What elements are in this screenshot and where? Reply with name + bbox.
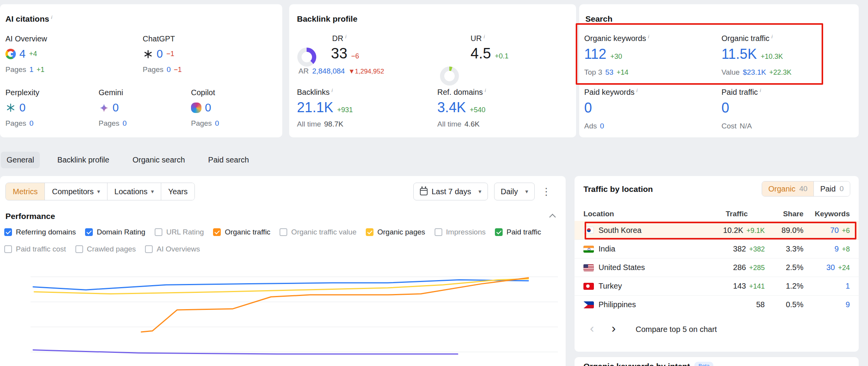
- pages-value[interactable]: 0: [215, 119, 219, 128]
- checkbox-label: Referring domains: [16, 228, 76, 236]
- organic-traffic-value[interactable]: 11.5K: [721, 46, 757, 62]
- traffic-by-location-title: Traffic by location: [583, 185, 653, 194]
- ai-citation-perplexity: Perplexity 0 Pages 0: [5, 88, 96, 128]
- metric-checkbox-ai-overviews[interactable]: AI Overviews: [145, 245, 200, 253]
- checkbox-icon: [145, 245, 153, 253]
- checkbox-label: Impressions: [446, 228, 486, 236]
- metric-checkbox-organic-traffic-value[interactable]: Organic traffic value: [280, 228, 356, 236]
- traffic-value-amount[interactable]: $23.1K: [743, 68, 766, 77]
- share-column-header: Share: [765, 210, 803, 218]
- metrics-button[interactable]: Metrics: [6, 183, 44, 200]
- location-name[interactable]: India: [599, 245, 615, 253]
- checkbox-label: Paid traffic cost: [16, 245, 66, 253]
- value-line: Value $23.1K +22.3K: [721, 68, 853, 77]
- organic-toggle[interactable]: Organic40: [762, 181, 813, 196]
- tab-backlink-profile[interactable]: Backlink profile: [51, 152, 115, 168]
- collapse-section-button[interactable]: [550, 215, 555, 219]
- backlinks-label: Backlinks: [297, 87, 333, 97]
- keywords-by-intent-title-text: Organic keywords by intent: [583, 362, 690, 366]
- toolbar-right: Last 7 days Daily: [413, 183, 552, 200]
- dr-value: 33: [331, 45, 347, 62]
- competitors-dropdown[interactable]: Competitors: [44, 183, 107, 200]
- paid-keywords-value[interactable]: 0: [584, 100, 592, 116]
- location-row-turkey[interactable]: Turkey 143+141 1.2% 1: [575, 277, 859, 295]
- ai-citations-value[interactable]: 0: [205, 101, 211, 114]
- organic-keywords-value[interactable]: 112: [584, 46, 606, 62]
- metric-checkbox-crawled-pages[interactable]: Crawled pages: [75, 245, 136, 253]
- prev-page-icon[interactable]: [586, 323, 598, 335]
- share-value: 3.3%: [765, 245, 803, 253]
- location-name[interactable]: United States: [599, 263, 645, 272]
- metric-checkbox-referring-domains[interactable]: Referring domains: [4, 228, 76, 236]
- ref-domains-value[interactable]: 3.4K: [437, 99, 466, 116]
- checkbox-label: Crawled pages: [87, 245, 136, 253]
- ai-citations-value[interactable]: 0: [19, 101, 26, 114]
- metric-checkbox-domain-rating[interactable]: Domain Rating: [85, 228, 145, 236]
- performance-card: Metrics Competitors Locations Years Last…: [0, 176, 566, 366]
- metric-checkbox-paid-traffic[interactable]: Paid traffic: [495, 228, 541, 236]
- tab-general[interactable]: General: [1, 152, 40, 168]
- checkbox-icon: [85, 228, 93, 236]
- granularity-dropdown[interactable]: Daily: [494, 183, 535, 200]
- paid-toggle[interactable]: Paid0: [813, 181, 850, 196]
- metric-checkbox-url-rating[interactable]: URL Rating: [155, 228, 204, 236]
- locations-dropdown[interactable]: Locations: [107, 183, 161, 200]
- years-button[interactable]: Years: [161, 183, 194, 200]
- checkbox-label: Organic traffic: [225, 228, 270, 236]
- metric-checkbox-organic-pages[interactable]: Organic pages: [366, 228, 425, 236]
- ads-value[interactable]: 0: [600, 122, 604, 130]
- ai-citation-gemini: Gemini 0 Pages 0: [99, 88, 189, 128]
- tab-organic-search[interactable]: Organic search: [127, 152, 191, 168]
- organic-traffic-block: Organic traffic 11.5K +10.3K Value $23.1…: [721, 34, 853, 77]
- ai-citations-title-text: AI citations: [5, 14, 49, 23]
- metric-checkbox-paid-traffic-cost[interactable]: Paid traffic cost: [4, 245, 66, 253]
- location-row-south-korea[interactable]: South Korea 10.2K+9.1K 89.0% 70+6: [575, 221, 859, 239]
- location-name[interactable]: Philippines: [599, 300, 636, 309]
- ai-citations-value[interactable]: 0: [157, 48, 163, 60]
- next-page-icon[interactable]: [608, 323, 619, 335]
- backlinks-value[interactable]: 21.1K: [297, 99, 333, 116]
- pages-value[interactable]: 0: [29, 119, 34, 128]
- keywords-value[interactable]: 9: [846, 300, 850, 309]
- keywords-value[interactable]: 1: [846, 282, 850, 291]
- pages-value[interactable]: 0: [167, 65, 171, 74]
- paid-keywords-label: Paid keywords: [584, 87, 716, 97]
- traffic-column-header: Traffic: [687, 210, 765, 218]
- info-icon: [51, 14, 52, 20]
- location-name[interactable]: South Korea: [599, 226, 641, 235]
- location-row-united-states[interactable]: United States 286+285 2.5% 30+24: [575, 258, 859, 277]
- date-range-button[interactable]: Last 7 days: [413, 183, 488, 200]
- performance-chart[interactable]: [31, 266, 558, 366]
- tab-paid-search[interactable]: Paid search: [202, 152, 255, 168]
- keywords-value[interactable]: 70: [830, 226, 839, 235]
- metric-checkbox-organic-traffic[interactable]: Organic traffic: [213, 228, 270, 236]
- pages-value[interactable]: 0: [123, 119, 127, 128]
- top3-value[interactable]: 53: [605, 68, 613, 77]
- pages-label: Pages: [191, 119, 212, 128]
- ai-source-label: ChatGPT: [143, 34, 234, 43]
- pages-value[interactable]: 1: [29, 65, 34, 74]
- location-row-philippines[interactable]: Philippines 58 0.5% 9: [575, 295, 859, 314]
- flag-icon-philippines: [583, 301, 594, 308]
- metric-checkbox-impressions[interactable]: Impressions: [435, 228, 486, 236]
- ur-donut-chart: [440, 67, 459, 86]
- ai-source-label: Gemini: [99, 88, 189, 97]
- location-name[interactable]: Turkey: [599, 282, 622, 291]
- location-row-india[interactable]: India 382+382 3.3% 9+8: [575, 239, 859, 258]
- info-icon: [648, 34, 649, 39]
- kebab-menu-icon[interactable]: [541, 184, 552, 199]
- keywords-value[interactable]: 9: [834, 245, 839, 253]
- traffic-value: 58: [756, 300, 765, 309]
- keywords-value[interactable]: 30: [826, 263, 835, 272]
- compare-top5-link[interactable]: Compare top 5 on chart: [636, 325, 717, 334]
- ai-source-label: AI Overview: [5, 34, 96, 43]
- pages-line: Pages 0: [191, 119, 282, 128]
- ai-citations-value[interactable]: 4: [19, 48, 26, 60]
- ar-value[interactable]: 2,848,084: [312, 67, 345, 75]
- ai-citations-value[interactable]: 0: [113, 101, 119, 114]
- checkbox-icon: [4, 228, 12, 236]
- location-table-footer: Compare top 5 on chart: [586, 320, 717, 339]
- checkbox-icon: [280, 228, 287, 236]
- traffic-value: 143: [733, 282, 746, 291]
- paid-traffic-value[interactable]: 0: [721, 100, 729, 116]
